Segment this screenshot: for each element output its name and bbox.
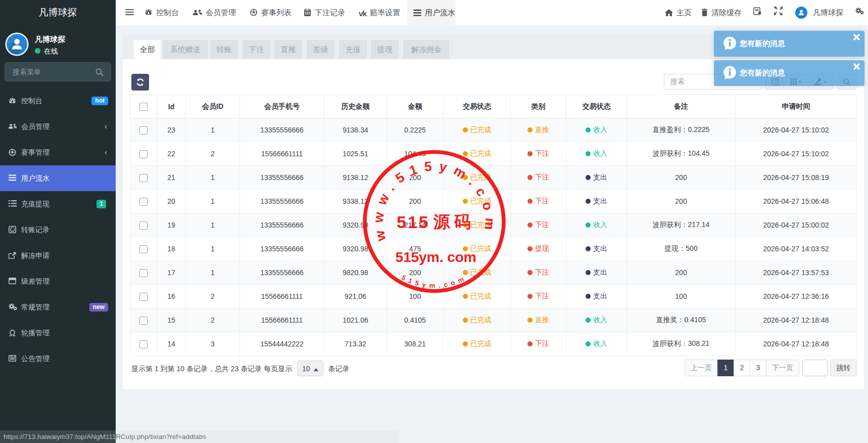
svg-text:515ym. com: 515ym. com [395, 249, 476, 265]
svg-text:515源码: 515源码 [397, 212, 475, 232]
